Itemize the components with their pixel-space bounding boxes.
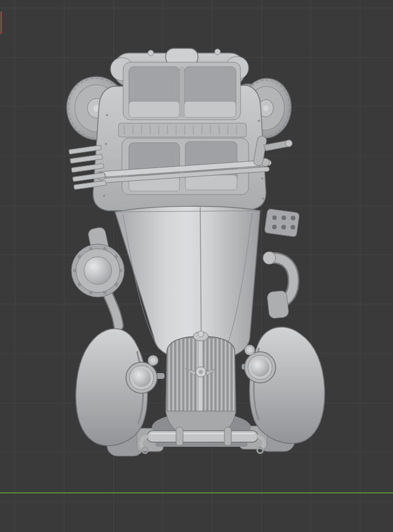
rear-seat-row: [123, 62, 241, 120]
viewport[interactable]: [0, 0, 393, 532]
bumper-guard-right: [224, 427, 231, 446]
mid-panel: [119, 123, 246, 137]
bumper-guard-left: [176, 427, 183, 446]
radiator-grille: [165, 331, 238, 438]
